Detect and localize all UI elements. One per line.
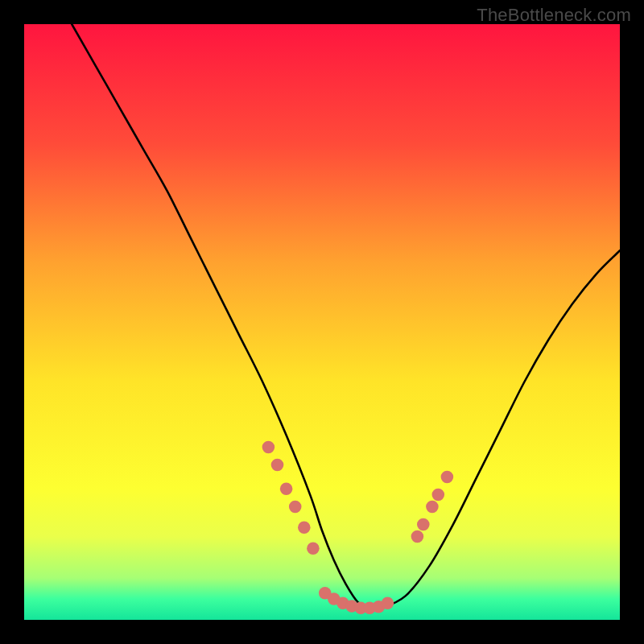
data-marker: [382, 597, 394, 610]
chart-svg: [24, 24, 620, 620]
marker-group: [262, 441, 454, 614]
watermark-text: TheBottleneck.com: [477, 5, 631, 26]
data-marker: [280, 482, 293, 495]
data-marker: [417, 518, 430, 531]
data-marker: [432, 489, 445, 502]
data-marker: [298, 522, 311, 535]
data-marker: [307, 542, 320, 555]
data-marker: [289, 501, 302, 514]
data-marker: [441, 471, 454, 484]
data-marker: [426, 501, 439, 514]
data-marker: [262, 441, 275, 454]
chart-frame: { "watermark": "TheBottleneck.com", "col…: [0, 0, 644, 644]
plot-area: [24, 24, 620, 620]
data-marker: [271, 459, 284, 472]
bottleneck-curve: [72, 24, 620, 609]
data-marker: [411, 530, 424, 543]
